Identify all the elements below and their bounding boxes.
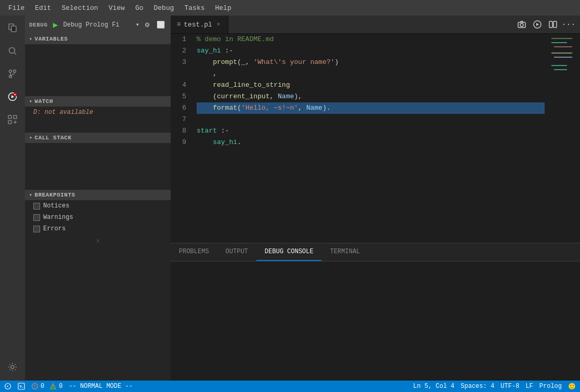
bp-notices: Notices [25,200,171,212]
variables-section-header[interactable]: ▾ VARIABLES [25,34,171,44]
tab-terminal[interactable]: TERMINAL [321,243,368,261]
menu-go[interactable]: Go [131,3,148,13]
menu-selection[interactable]: Selection [57,3,102,13]
code-line-5: format('Hello, ~s!~n', Name). [197,102,545,114]
call-stack-content [25,143,171,190]
menu-edit[interactable]: Edit [31,3,55,13]
status-line-col[interactable]: Ln 5, Col 4 [413,383,454,390]
menu-help[interactable]: Help [211,3,236,13]
svg-rect-25 [551,65,567,66]
menu-file[interactable]: File [4,3,29,13]
code-line-8: say_hi. [197,137,545,148]
svg-rect-19 [553,21,557,28]
bp-warnings: Warnings [25,212,171,223]
status-bar: 0 0 -- NORMAL MODE -- Ln 5, Col 4 Spaces… [0,381,580,392]
code-line-2: say_hi :- [197,45,545,57]
run-icon[interactable] [530,17,545,32]
panel-tabs: PROBLEMS OUTPUT DEBUG CONSOLE TERMINAL [171,243,580,262]
split-editor-icon[interactable] [546,17,560,32]
svg-point-6 [14,70,16,73]
svg-rect-20 [551,38,572,39]
code-line-7: start :- [197,125,545,137]
debug-config-dropdown: ▾ [136,21,139,29]
status-spaces[interactable]: Spaces: 4 [461,383,495,390]
code-line-4b: (current_input, Name), [197,91,545,102]
tab-bar: ≡ test.pl × [171,16,580,34]
breakpoints-content: Notices Warnings Errors [25,200,171,234]
menu-tasks[interactable]: Tasks [181,3,209,13]
editor-content[interactable]: 1 2 3 4 5 6 7 8 9 % demo in README.md sa… [171,34,580,243]
status-vim-mode: -- NORMAL MODE -- [69,383,132,390]
breakpoints-section-header[interactable]: ▾ BREAKPOINTS [25,190,171,200]
tab-debug-console[interactable]: DEBUG CONSOLE [256,243,322,261]
debug-config-name: Debug Prolog Fi [63,21,133,29]
menubar: File Edit Selection View Go Debug Tasks … [0,0,580,16]
call-stack-label: CALL STACK [35,135,72,141]
svg-rect-26 [554,69,567,70]
variables-label: VARIABLES [35,36,68,42]
bp-notices-checkbox[interactable] [33,203,40,210]
watch-label: WATCH [35,98,54,104]
bp-errors-checkbox[interactable] [33,226,40,232]
code-line-9 [197,148,545,160]
watch-section-header[interactable]: ▾ WATCH [25,96,171,107]
call-stack-section-header[interactable]: ▾ CALL STACK [25,133,171,143]
tab-actions: ··· [514,17,580,32]
debug-play-button[interactable]: ▶ [50,19,61,31]
tab-problems[interactable]: PROBLEMS [171,243,217,261]
more-actions-button[interactable]: ··· [561,17,576,32]
watch-arrow: ▾ [29,98,33,104]
tab-filename: test.pl [184,21,212,29]
extensions-icon[interactable] [2,109,23,130]
breakpoints-arrow: ▾ [29,192,33,198]
status-smiley[interactable]: 🙂 [568,383,576,390]
svg-point-4 [9,70,12,73]
status-line-ending[interactable]: LF [525,383,533,390]
bp-errors: Errors [25,223,171,234]
status-debug-icon[interactable] [4,383,11,390]
variables-arrow: ▾ [29,36,33,42]
bp-errors-label: Errors [43,225,66,232]
panel-content[interactable] [171,262,580,381]
bp-warnings-checkbox[interactable] [33,214,40,221]
code-area[interactable]: % demo in README.md say_hi :- prompt(_, … [192,34,549,243]
main-layout: DEBUG ▶ Debug Prolog Fi ▾ ⚙ ⬜ ▾ VARIABLE… [0,16,580,381]
svg-point-16 [520,23,523,27]
editor-tab[interactable]: ≡ test.pl × [171,16,228,33]
code-line-3b: , [197,68,545,80]
debug-terminal-button[interactable]: ⬜ [155,19,166,31]
svg-rect-11 [8,115,11,119]
svg-rect-22 [554,46,572,47]
editor-panel-container: 1 2 3 4 5 6 7 8 9 % demo in README.md sa… [171,34,580,381]
status-terminal-icon[interactable] [18,383,25,390]
panel-scroll-down[interactable]: › [25,234,171,247]
status-errors[interactable]: 0 0 [31,383,62,390]
svg-line-3 [14,53,16,55]
menu-debug[interactable]: Debug [149,3,178,13]
search-icon[interactable] [2,41,23,61]
debug-gear-button[interactable]: ⚙ [141,19,153,31]
camera-icon[interactable] [514,17,529,32]
files-icon[interactable] [2,18,23,38]
status-encoding[interactable]: UTF-8 [500,383,519,390]
watch-item: D: not available [25,107,171,118]
tab-close-button[interactable]: × [215,21,222,28]
svg-rect-13 [8,121,11,124]
call-stack-arrow: ▾ [29,135,33,141]
source-control-icon[interactable] [2,63,23,84]
side-panel: DEBUG ▶ Debug Prolog Fi ▾ ⚙ ⬜ ▾ VARIABLE… [25,16,171,381]
debug-toolbar: DEBUG ▶ Debug Prolog Fi ▾ ⚙ ⬜ [25,16,171,34]
run-debug-icon[interactable] [2,86,23,107]
bp-notices-label: Notices [43,202,69,210]
status-language[interactable]: Prolog [539,383,562,390]
menu-view[interactable]: View [105,3,129,13]
svg-rect-24 [554,57,572,58]
svg-rect-12 [14,115,17,119]
svg-rect-23 [551,53,572,54]
status-vim-mode-text: -- NORMAL MODE -- [69,383,132,390]
activity-bar [0,16,25,381]
code-line-1: % demo in README.md [197,34,545,45]
svg-rect-21 [551,42,567,43]
settings-icon[interactable] [2,357,23,377]
tab-output[interactable]: OUTPUT [217,243,256,261]
